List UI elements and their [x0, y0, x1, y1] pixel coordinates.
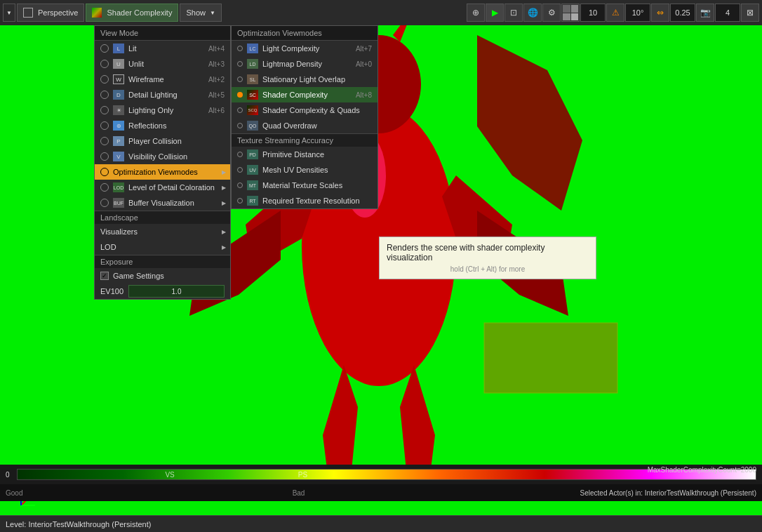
lit-shortcut: Alt+4: [208, 45, 225, 53]
camera-icon-btn[interactable]: 📷: [696, 4, 714, 22]
menu-item-lighting-only[interactable]: ☀ Lighting Only Alt+6: [95, 102, 230, 118]
wireframe-shortcut: Alt+2: [208, 76, 225, 84]
lod-radio: [100, 183, 109, 192]
lightmap-density-icon: LD: [247, 59, 258, 69]
snap-value[interactable]: 10: [580, 4, 606, 22]
perspective-btn[interactable]: Perspective: [17, 4, 84, 22]
exposure-section-header: Exposure: [95, 255, 230, 268]
detail-lighting-shortcut: Alt+5: [208, 91, 225, 99]
complexity-bar: VS PS: [17, 469, 756, 480]
detail-lighting-icon: D: [113, 90, 124, 100]
transform-btn[interactable]: ⊕: [467, 4, 485, 22]
warning-icon: ⚠: [612, 8, 620, 18]
menu-item-buffer-visualization[interactable]: BUF Buffer Visualization: [95, 195, 230, 211]
menu-item-required-texture[interactable]: RT Required Texture Resolution: [232, 193, 377, 208]
gear-icon: ⚙: [548, 8, 556, 18]
perspective-label: Perspective: [38, 8, 78, 17]
mesh-uv-icon: UV: [247, 165, 258, 175]
menu-item-unlit[interactable]: U Unlit Alt+3: [95, 56, 230, 72]
menu-item-light-complexity[interactable]: LC Light Complexity Alt+7: [232, 41, 377, 56]
scq-icon: SCQ: [247, 105, 258, 115]
menu-item-detail-lighting[interactable]: D Detail Lighting Alt+5: [95, 87, 230, 102]
menu-item-visualizers[interactable]: Visualizers: [95, 224, 230, 239]
menu-item-lod[interactable]: LOD: [95, 239, 230, 255]
menu-item-player-collision[interactable]: P Player Collision: [95, 133, 230, 149]
menu-item-quad-overdraw[interactable]: QO Quad Overdraw: [232, 118, 377, 133]
opt-viewmodes-submenu: Optimization Viewmodes LC Light Complexi…: [231, 25, 378, 209]
visibility-collision-icon: V: [113, 152, 124, 161]
required-texture-radio: [237, 198, 243, 204]
visibility-collision-label: Visibility Collision: [128, 152, 225, 161]
bad-label: Bad: [293, 489, 305, 497]
reflections-label: Reflections: [128, 121, 225, 130]
settings-btn[interactable]: ⚙: [542, 4, 561, 22]
menu-item-primitive-distance[interactable]: PD Primitive Distance: [232, 147, 377, 162]
shader-complexity-tooltip: Renders the scene with shader complexity…: [379, 237, 596, 279]
quad-overdraw-label: Quad Overdraw: [262, 121, 372, 130]
required-texture-icon: RT: [247, 196, 258, 206]
menu-item-material-texture[interactable]: MT Material Texture Scales: [232, 178, 377, 193]
required-texture-label: Required Texture Resolution: [262, 197, 372, 205]
lod-menu-label: LOD: [100, 243, 225, 251]
tooltip-title: Renders the scene with shader complexity…: [387, 243, 589, 262]
vs-label: VS: [165, 471, 174, 479]
viewport-dropdown-btn[interactable]: ▼: [3, 4, 15, 22]
view-mode-menu-header: View Mode: [95, 26, 230, 41]
menu-item-lightmap-density[interactable]: LD Lightmap Density Alt+0: [232, 56, 377, 72]
menu-item-lit[interactable]: L Lit Alt+4: [95, 41, 230, 56]
tooltip-subtitle: hold (Ctrl + Alt) for more: [387, 265, 589, 273]
scq-label: Shader Complexity & Quads: [262, 106, 372, 114]
player-collision-radio: [100, 137, 109, 145]
visualizers-label: Visualizers: [100, 227, 225, 236]
angle-value[interactable]: 10°: [625, 4, 650, 22]
game-settings-row[interactable]: ✓ Game Settings: [95, 268, 230, 284]
grid-icon: [562, 4, 579, 21]
menu-item-optimization-viewmodes[interactable]: Optimization Viewmodes: [95, 164, 230, 180]
light-complexity-shortcut: Alt+7: [356, 45, 372, 53]
scale-icon: ⇔: [657, 8, 664, 18]
stationary-light-radio: [237, 77, 243, 82]
toolbar-right: ⊕ ▶ ⊡ 🌐 ⚙ 10 ⚠ 10° ⇔ 0.25: [467, 4, 759, 22]
realtime-btn[interactable]: ▶: [486, 4, 504, 22]
menu-item-mesh-uv[interactable]: UV Mesh UV Densities: [232, 162, 377, 178]
show-arrow-icon: ▼: [210, 10, 215, 16]
detail-lighting-radio: [100, 91, 109, 99]
ev100-label: EV100: [100, 287, 128, 295]
menu-item-shader-complexity-quads[interactable]: SCQ Shader Complexity & Quads: [232, 102, 377, 118]
camera-speed-value[interactable]: 4: [715, 4, 740, 22]
menu-item-level-of-detail[interactable]: LOD Level of Detail Coloration: [95, 180, 230, 195]
warning-icon-btn[interactable]: ⚠: [606, 4, 624, 22]
lighting-only-shortcut: Alt+6: [208, 107, 225, 114]
wireframe-icon: W: [113, 74, 124, 84]
scale-icon-btn[interactable]: ⇔: [651, 4, 669, 22]
game-settings-checkbox[interactable]: ✓: [100, 272, 109, 280]
complexity-bar-container: 0 VS PS MaxShaderComplexityCount=2000: [0, 465, 762, 484]
quad-overdraw-radio: [237, 123, 243, 128]
ev100-row: EV100: [95, 284, 230, 299]
shader-complexity-menu-label: Shader Complexity: [262, 91, 356, 99]
screenshot-btn[interactable]: ⊡: [504, 4, 523, 22]
shader-complexity-label: Shader Complexity: [107, 8, 172, 17]
menu-item-reflections[interactable]: ⊚ Reflections: [95, 118, 230, 133]
player-collision-icon: P: [113, 136, 124, 146]
menu-item-stationary-light[interactable]: SL Stationary Light Overlap: [232, 72, 377, 87]
shader-complexity-btn[interactable]: Shader Complexity: [86, 4, 178, 22]
menu-item-visibility-collision[interactable]: V Visibility Collision: [95, 149, 230, 164]
maximize-btn[interactable]: ⊠: [741, 4, 759, 22]
ev100-input[interactable]: [128, 285, 225, 298]
grid-btn[interactable]: [561, 4, 580, 22]
lit-radio: [100, 44, 109, 53]
globe-btn[interactable]: 🌐: [523, 4, 542, 22]
transform-icon: ⊕: [472, 8, 479, 18]
shader-complexity-menu-icon: SC: [247, 90, 258, 100]
maximize-icon: ⊠: [747, 8, 754, 18]
show-btn[interactable]: Show ▼: [180, 4, 221, 22]
good-label: Good: [6, 489, 22, 497]
visibility-collision-radio: [100, 152, 109, 161]
primitive-distance-label: Primitive Distance: [262, 150, 372, 159]
buffer-label: Buffer Visualization: [128, 199, 225, 207]
menu-item-wireframe[interactable]: W Wireframe Alt+2: [95, 72, 230, 87]
scale-value[interactable]: 0.25: [670, 4, 695, 22]
primitive-distance-radio: [237, 152, 243, 157]
menu-item-shader-complexity[interactable]: SC Shader Complexity Alt+8: [232, 87, 377, 102]
